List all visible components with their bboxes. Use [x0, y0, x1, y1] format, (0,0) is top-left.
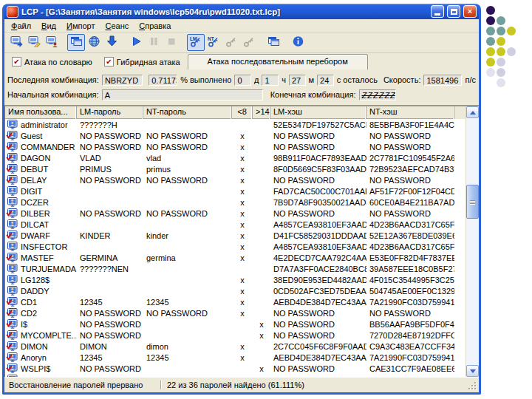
import-sniff-button[interactable] [103, 34, 120, 51]
table-row[interactable]: INSFECTORxA4857CEA93810EF3AAD3...4D23B6A… [5, 241, 479, 252]
tab-3[interactable]: Атака последовательным перебором [188, 54, 368, 69]
table-row[interactable]: DADDYx0CD502AFC3ED75DEAAD3...504745AE00E… [5, 285, 479, 296]
column-header-7[interactable]: NT-хэш [366, 106, 454, 119]
table-row[interactable]: LG128$x38ED90E953ED4482AAD3...4F015C3544… [5, 274, 479, 285]
menu-item-3[interactable]: Импорт [61, 21, 100, 31]
scroll-track[interactable] [466, 118, 479, 365]
decor-dot [486, 47, 495, 56]
start-recovery-button[interactable] [127, 34, 145, 51]
table-row[interactable]: DCZERx7B9D7A8F90350021AAD3...60CE0AB4E21… [5, 197, 479, 208]
table-row[interactable]: CD11234512345xAEBD4DE384D7EC43AAD...7A21… [5, 296, 479, 307]
table-row[interactable]: administrator???????H52E5347DF197527C5AC… [5, 119, 479, 130]
table-row[interactable]: WSLPI$NO PASSWORDxNO PASSWORDCAE31CC7F9A… [5, 363, 479, 374]
last-combination-label: Последняя комбинация: [7, 75, 99, 84]
column-header-3[interactable]: NT-пароль [143, 106, 232, 119]
title-bar[interactable]: LCP - [G:\Занятия\Занятия windows\lcp504… [4, 4, 479, 19]
menu-item-4[interactable]: Сеанс [100, 21, 134, 31]
scroll-thumb[interactable] [466, 185, 479, 219]
lt8-cell: x [232, 353, 253, 362]
decor-dot [486, 37, 495, 46]
table-row[interactable]: DIGITxFAD7CAC50C00C701AAD3...AF51F72F00F… [5, 185, 479, 197]
nt-hash-cell: 504745AE00EF0C1329702... [366, 287, 454, 296]
arrow-down-icon [106, 35, 118, 50]
table-row[interactable]: DWARFKINDERkinderxD41FC58529031DDDAAD3..… [5, 230, 479, 241]
lt8-cell: x [232, 253, 253, 262]
column-header-6[interactable]: LM-хэш [270, 106, 366, 119]
nt-attack-button[interactable]: NT [205, 34, 222, 51]
table-row[interactable]: GuestNO PASSWORDNO PASSWORDxNO PASSWORDN… [5, 130, 479, 141]
lm-hash-cell: FAD7CAC50C00C701AAD3... [270, 187, 366, 196]
username-cell: DIMON [21, 342, 48, 351]
lm-hash-cell: NO PASSWORD [270, 331, 366, 340]
username-cell: Anoryn [21, 353, 47, 362]
menu-item-2[interactable]: Вид [36, 21, 61, 31]
username-cell: DELAY [21, 176, 47, 185]
table-row[interactable]: CD2NO PASSWORDNO PASSWORDxNO PASSWORDNO … [5, 307, 479, 318]
import-remote-button[interactable] [25, 34, 43, 51]
table-row[interactable]: I$NO PASSWORDxNO PASSWORDBB56AAFA9BF5DF0… [5, 318, 479, 330]
lt8-cell: x [232, 187, 253, 196]
menu-item-5[interactable]: Справка [134, 21, 176, 31]
table-row[interactable]: MYCOMPLTE...NO PASSWORDxNO PASSWORD7270D… [5, 330, 479, 341]
scroll-up-button[interactable] [466, 106, 479, 118]
username-cell: DCZER [21, 198, 49, 207]
nt-hash-cell: E53E0FF82D4F7837EE14A... [366, 253, 454, 262]
gt14-cell: x [253, 331, 270, 340]
nt-password-cell: primus [143, 165, 232, 174]
table-row[interactable]: DAGONVLADvladx98B911F0ACF7893EAAD3...2C7… [5, 152, 479, 163]
bruteforce-panel: Последняя комбинация: NBRZYD 0.71173 % в… [4, 69, 479, 106]
lm-hash-cell: AEBD4DE384D7EC43AAD... [270, 298, 366, 307]
lm-hash-cell: NO PASSWORD [270, 209, 366, 218]
pause-icon [148, 35, 160, 50]
table-row[interactable]: COMMANDERNO PASSWORDNO PASSWORDxNO PASSW… [5, 141, 479, 152]
table-row[interactable]: TURJUEMADA???????NEND7A7A3FF0ACE2840BC8F… [5, 263, 479, 274]
nt-hash-cell: 7270D284E87192DFFCD3... [366, 331, 454, 340]
lm-hash-cell: D7A7A3FF0ACE2840BC8F... [270, 265, 366, 273]
new-session-button[interactable] [67, 34, 85, 51]
import-local-button[interactable] [7, 34, 25, 51]
lm-hash-cell: AEBD4DE384D7EC43AAD... [270, 353, 366, 362]
table-row[interactable]: DILBERNO PASSWORDNO PASSWORDxNO PASSWORD… [5, 208, 479, 219]
import-pwdump-button[interactable] [85, 34, 103, 51]
hours-label: ч [282, 75, 286, 84]
table-row[interactable]: DEBUTPRIMUSprimusx8F0D5669C5F83F03AAD3..… [5, 163, 479, 174]
decor-dot [507, 27, 516, 35]
resize-grip[interactable] [468, 382, 477, 391]
close-button[interactable]: × [463, 5, 477, 18]
username-cell: MASTEF [21, 253, 54, 262]
user-icon [7, 286, 18, 296]
column-header-2[interactable]: LM-пароль [77, 106, 143, 119]
session-manager-button[interactable] [265, 34, 282, 51]
nt-password-cell: NO PASSWORD [143, 209, 232, 218]
username-cell: DILCAT [21, 220, 49, 229]
arrow-up-icon [470, 111, 476, 115]
table-row[interactable]: DIMONDIMONdimonx2C7CC045F6C8F9F0AAD3...C… [5, 341, 479, 352]
column-header-5[interactable]: >14 [253, 106, 270, 119]
username-cell: DWARF [21, 231, 50, 240]
table-row[interactable]: Anoryn1234512345xAEBD4DE384D7EC43AAD...7… [5, 352, 479, 363]
column-header-4[interactable]: <8 [232, 106, 253, 119]
decor-dot [507, 47, 516, 56]
table-row[interactable]: DILCATxA4857CEA93810EF3AAD3...4D23B6AACD… [5, 219, 479, 230]
lt8-cell: x [232, 298, 253, 307]
lm-hash-cell: NO PASSWORD [270, 364, 366, 373]
tab-checkbox-icon[interactable]: ✔ [104, 57, 114, 66]
username-cell: DILBER [21, 209, 50, 218]
about-button[interactable] [289, 34, 307, 51]
decor-dot [486, 16, 495, 25]
tab-2[interactable]: ✔Гибридная атака [100, 55, 188, 69]
menu-item-1[interactable]: Файл [6, 21, 36, 31]
table-row[interactable]: MASTEFGERMINAgerminax4E2DECD7CAA792C4AAD… [5, 252, 479, 263]
table-row[interactable]: DELAYNO PASSWORDNO PASSWORDxNO PASSWORDN… [5, 174, 479, 185]
lm-attack-button[interactable]: LM [187, 34, 205, 51]
tab-1[interactable]: ✔Атака по словарю [7, 55, 100, 69]
scroll-down-button[interactable] [466, 365, 479, 377]
import-file-button[interactable] [43, 34, 61, 51]
tab-checkbox-icon[interactable]: ✔ [12, 57, 21, 66]
maximize-button[interactable] [447, 5, 460, 18]
lm-hash-cell: NO PASSWORD [270, 320, 366, 329]
minimize-button[interactable] [431, 5, 444, 18]
column-header-1[interactable]: Имя пользова... [5, 106, 77, 119]
computer-edit-icon [28, 35, 41, 50]
vertical-scrollbar[interactable] [466, 106, 479, 377]
